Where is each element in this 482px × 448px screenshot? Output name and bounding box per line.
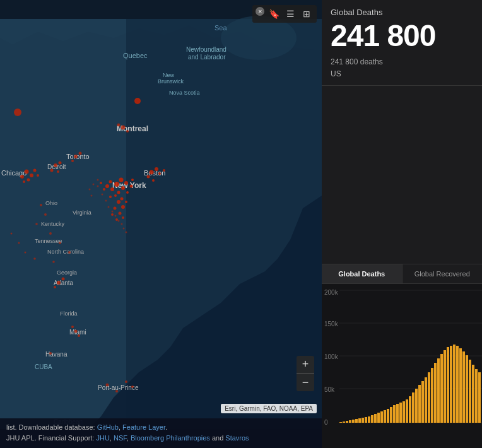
y-label-150k: 150k [324,321,338,327]
svg-rect-122 [349,420,351,423]
feature-layer-link[interactable]: Feature Layer [122,423,165,431]
svg-point-95 [52,261,55,263]
svg-point-80 [54,286,56,288]
svg-point-64 [23,180,25,183]
jhu-link[interactable]: JHU [96,434,109,442]
bloomberg-link[interactable]: Bloomberg Philanthropies [131,434,210,442]
svg-point-104 [112,211,114,213]
svg-point-56 [111,213,114,216]
svg-rect-152 [444,350,446,423]
svg-rect-158 [462,351,465,423]
svg-point-73 [121,126,126,130]
svg-text:Toronto: Toronto [66,153,90,160]
svg-rect-136 [393,405,396,423]
svg-rect-156 [456,346,459,423]
svg-text:North Carolina: North Carolina [47,249,84,255]
svg-rect-121 [346,421,348,423]
svg-point-102 [105,200,107,202]
svg-point-79 [62,278,65,281]
stavros-link[interactable]: Stavros [225,434,249,442]
svg-point-108 [123,228,125,230]
svg-point-40 [109,196,112,198]
bottom-bar: list. Downloadable database: GitHub, Fea… [0,418,322,448]
svg-point-35 [121,186,125,190]
svg-text:Kentucky: Kentucky [41,221,65,227]
svg-point-74 [117,124,120,127]
svg-rect-134 [387,409,389,423]
svg-point-61 [20,175,24,179]
tab-global-recovered[interactable]: Global Recovered [403,264,483,283]
svg-text:Brunswick: Brunswick [158,78,184,85]
list-icon[interactable]: ☰ [283,7,297,21]
svg-rect-146 [425,377,427,423]
svg-rect-128 [368,416,370,423]
svg-point-50 [163,169,165,172]
svg-text:Quebec: Quebec [123,52,148,59]
svg-rect-130 [374,414,377,423]
svg-point-70 [74,155,78,158]
svg-rect-133 [384,410,386,423]
svg-rect-145 [421,381,424,423]
svg-rect-138 [399,403,402,423]
svg-rect-144 [418,385,421,423]
svg-point-62 [33,169,37,172]
svg-point-113 [91,195,93,197]
svg-point-52 [121,205,125,209]
zoom-out-button[interactable]: − [297,374,314,391]
svg-text:Florida: Florida [60,310,78,317]
svg-point-59 [25,170,29,174]
svg-point-58 [122,216,124,219]
svg-rect-154 [450,346,452,423]
bookmark-icon[interactable]: 🔖 [267,7,281,21]
svg-point-77 [14,109,21,116]
svg-point-107 [121,223,123,225]
svg-point-67 [59,162,62,165]
svg-point-94 [68,251,71,254]
svg-point-112 [89,189,91,191]
svg-point-81 [74,330,78,333]
panel-chart: 200k 150k 100k 50k 0 [322,284,482,448]
map-container[interactable]: Quebec Newfoundland and Labrador Montrea… [0,0,322,448]
svg-point-30 [119,178,124,182]
svg-rect-150 [437,358,440,423]
y-label-50k: 50k [324,386,334,393]
svg-point-84 [49,352,52,355]
svg-point-42 [131,179,134,181]
panel-big-number: 241 800 [331,21,473,51]
svg-rect-120 [343,421,345,423]
github-link[interactable]: GitHub [97,423,119,431]
svg-point-65 [37,174,39,177]
svg-point-89 [40,204,42,206]
zoom-in-button[interactable]: + [297,356,314,374]
svg-text:CUBA: CUBA [35,363,52,370]
svg-point-105 [115,215,117,217]
svg-rect-148 [431,368,433,423]
tab-global-deaths[interactable]: Global Deaths [322,264,403,283]
svg-point-87 [131,386,134,388]
nsf-link[interactable]: NSF [114,434,127,442]
svg-point-76 [134,98,141,104]
svg-point-53 [114,207,117,210]
svg-point-44 [100,182,102,184]
svg-point-48 [158,172,161,175]
svg-rect-160 [469,360,471,423]
svg-point-39 [103,188,105,191]
svg-point-46 [155,167,158,171]
svg-point-110 [97,179,99,181]
svg-point-85 [106,384,109,387]
svg-point-90 [44,213,47,216]
svg-text:Boston: Boston [144,169,165,177]
panel-title: Global Deaths [331,8,473,17]
svg-rect-119 [339,422,342,423]
svg-rect-142 [412,392,414,423]
grid-icon[interactable]: ⊞ [300,7,314,21]
svg-point-55 [119,212,122,215]
close-button[interactable]: ✕ [256,7,264,16]
panel-header: Global Deaths 241 800 241 800 deaths US [322,0,482,86]
svg-rect-153 [447,347,449,423]
svg-point-54 [125,201,127,203]
svg-point-69 [57,170,59,173]
svg-rect-141 [409,396,411,423]
svg-rect-147 [428,372,430,423]
svg-rect-159 [466,355,468,423]
